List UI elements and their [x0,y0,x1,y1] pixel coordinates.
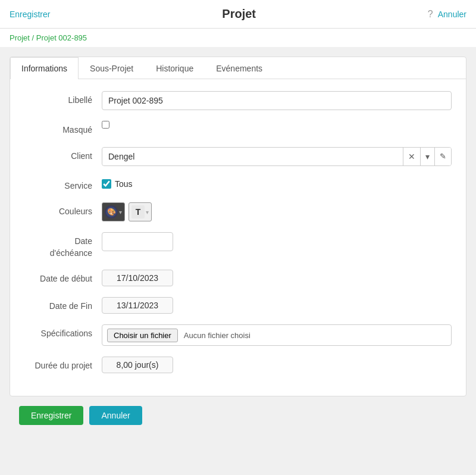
masque-row: Masqué [24,121,452,136]
file-choose-button[interactable]: Choisir un fichier [107,329,178,342]
top-bar: Enregistrer Projet ? Annuler [0,0,476,29]
form-area: Libellé Masqué Client [10,79,466,396]
couleurs-row: Couleurs 🎨 ▾ [24,202,452,221]
date-fin-label: Date de Fin [24,297,102,312]
tabs-container: Informations Sous-Projet Historique Evén… [10,57,466,79]
date-echeance-row: Dated'échéance [24,232,452,259]
client-control: ✕ ▾ ✎ [102,147,452,166]
tab-evenements[interactable]: Evénements [205,57,274,79]
breadcrumb-text: Projet / Projet 002-895 [10,33,87,42]
masque-checkbox[interactable] [102,121,109,129]
date-echeance-label: Dated'échéance [24,232,102,259]
service-control: Tous [102,177,452,189]
file-name-label: Aucun fichier choisi [184,331,250,340]
masque-control [102,121,452,130]
duree-row: Durée du projet 8,00 jour(s) [24,357,452,373]
date-debut-row: Date de début 17/10/2023 [24,270,452,286]
main-content: Informations Sous-Projet Historique Evén… [0,47,476,444]
color-picker-group: 🎨 ▾ T ▾ [102,202,452,221]
top-cancel-link[interactable]: Annuler [438,10,466,19]
top-right-actions: ? Annuler [428,9,466,20]
duree-control: 8,00 jour(s) [102,357,452,373]
svg-text:🎨: 🎨 [107,207,116,216]
date-debut-label: Date de début [24,270,102,285]
date-debut-control: 17/10/2023 [102,270,452,286]
libelle-row: Libellé [24,91,452,110]
couleurs-control: 🎨 ▾ T ▾ [102,202,452,221]
masque-label: Masqué [24,121,102,136]
client-input-wrapper: ✕ ▾ ✎ [102,147,452,166]
service-tous-label: Tous [115,179,133,189]
color-bg-swatch: 🎨 [105,205,118,218]
date-echeance-input[interactable] [102,232,173,251]
form-card: Informations Sous-Projet Historique Evén… [10,57,466,396]
specifications-row: Spécifications Choisir un fichier Aucun … [24,324,452,346]
file-input-wrapper: Choisir un fichier Aucun fichier choisi [102,324,452,346]
service-row: Service Tous [24,177,452,192]
service-checkbox-label[interactable]: Tous [102,177,452,189]
client-dropdown-button[interactable]: ▾ [420,148,434,165]
color-text-swatch: T [131,205,145,218]
libelle-input[interactable] [102,91,452,110]
couleurs-label: Couleurs [24,202,102,218]
client-label: Client [24,147,102,162]
libelle-control [102,91,452,110]
tab-informations[interactable]: Informations [10,57,79,79]
specifications-label: Spécifications [24,324,102,340]
date-fin-row: Date de Fin 13/11/2023 [24,297,452,314]
tab-historique[interactable]: Historique [145,57,205,79]
color-bg-button[interactable]: 🎨 ▾ [102,202,125,221]
help-icon[interactable]: ? [428,9,433,20]
duree-value: 8,00 jour(s) [102,357,173,373]
service-tous-checkbox[interactable] [102,179,111,189]
service-label: Service [24,177,102,192]
client-edit-button[interactable]: ✎ [434,148,451,165]
page-title: Projet [222,7,256,21]
cancel-button[interactable]: Annuler [89,406,142,425]
date-echeance-control [102,232,452,251]
chevron-down-icon: ▾ [425,152,430,161]
date-fin-control: 13/11/2023 [102,297,452,314]
duree-label: Durée du projet [24,357,102,372]
edit-icon: ✎ [440,152,446,161]
tab-sous-projet[interactable]: Sous-Projet [79,57,145,79]
color-text-button[interactable]: T ▾ [129,202,152,221]
client-clear-button[interactable]: ✕ [403,148,420,165]
date-debut-value: 17/10/2023 [102,270,173,286]
top-save-link[interactable]: Enregistrer [10,10,50,19]
client-input[interactable] [102,148,403,165]
specifications-control: Choisir un fichier Aucun fichier choisi [102,324,452,346]
color-text-caret: ▾ [146,209,149,215]
date-fin-value: 13/11/2023 [102,297,173,314]
footer-actions: Enregistrer Annuler [10,396,466,435]
libelle-label: Libellé [24,91,102,107]
client-row: Client ✕ ▾ ✎ [24,147,452,166]
breadcrumb: Projet / Projet 002-895 [0,29,476,47]
save-button[interactable]: Enregistrer [19,406,83,425]
close-icon: ✕ [408,152,415,161]
paint-icon: 🎨 [105,205,118,218]
color-bg-caret: ▾ [119,209,122,215]
